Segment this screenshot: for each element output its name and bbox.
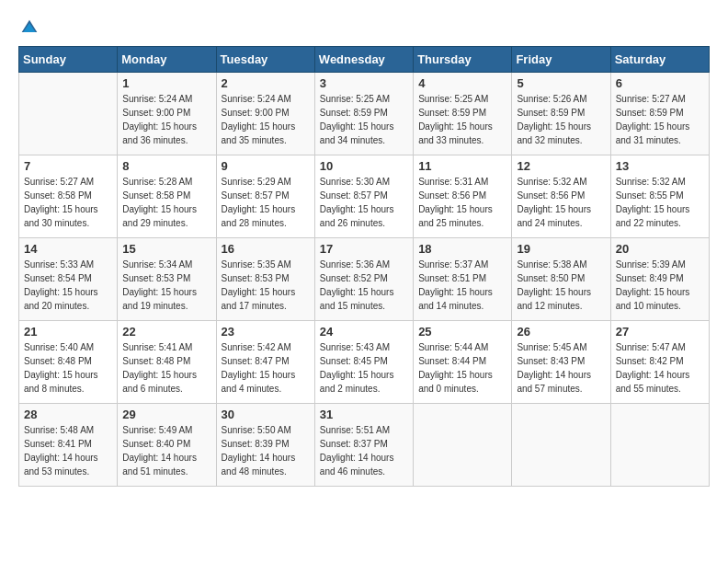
day-cell [610,404,709,487]
day-info: Sunrise: 5:38 AM Sunset: 8:50 PM Dayligh… [517,258,605,313]
day-cell: 11Sunrise: 5:31 AM Sunset: 8:56 PM Dayli… [414,155,512,238]
logo-icon [20,18,39,37]
day-number: 9 [222,159,310,173]
day-number: 21 [24,325,112,339]
day-number: 23 [222,325,310,339]
day-info: Sunrise: 5:24 AM Sunset: 9:00 PM Dayligh… [122,92,210,147]
header-cell-monday: Monday [118,47,216,73]
day-number: 29 [122,408,210,421]
day-info: Sunrise: 5:31 AM Sunset: 8:56 PM Dayligh… [418,175,506,230]
day-cell: 26Sunrise: 5:45 AM Sunset: 8:43 PM Dayli… [512,321,610,404]
day-cell: 3Sunrise: 5:25 AM Sunset: 8:59 PM Daylig… [314,73,413,155]
day-number: 8 [122,159,210,173]
day-number: 25 [418,325,506,339]
day-info: Sunrise: 5:27 AM Sunset: 8:58 PM Dayligh… [24,175,112,230]
calendar-table: SundayMondayTuesdayWednesdayThursdayFrid… [18,46,710,487]
week-row-1: 1Sunrise: 5:24 AM Sunset: 9:00 PM Daylig… [19,73,710,155]
day-info: Sunrise: 5:44 AM Sunset: 8:44 PM Dayligh… [418,340,506,396]
day-cell: 20Sunrise: 5:39 AM Sunset: 8:49 PM Dayli… [610,238,709,321]
day-info: Sunrise: 5:29 AM Sunset: 8:57 PM Dayligh… [222,175,310,230]
day-cell: 28Sunrise: 5:48 AM Sunset: 8:41 PM Dayli… [19,404,118,487]
day-cell: 12Sunrise: 5:32 AM Sunset: 8:56 PM Dayli… [512,155,610,238]
day-info: Sunrise: 5:39 AM Sunset: 8:49 PM Dayligh… [616,258,704,313]
logo [18,18,39,37]
day-number: 31 [320,408,408,421]
day-info: Sunrise: 5:24 AM Sunset: 9:00 PM Dayligh… [222,92,310,147]
header-cell-sunday: Sunday [19,47,118,73]
day-number: 22 [122,325,210,339]
day-info: Sunrise: 5:37 AM Sunset: 8:51 PM Dayligh… [418,258,506,313]
day-cell: 7Sunrise: 5:27 AM Sunset: 8:58 PM Daylig… [19,155,118,238]
day-number: 24 [320,325,408,339]
day-cell: 25Sunrise: 5:44 AM Sunset: 8:44 PM Dayli… [414,321,512,404]
day-info: Sunrise: 5:50 AM Sunset: 8:39 PM Dayligh… [222,423,310,478]
day-number: 15 [122,242,210,256]
header-cell-wednesday: Wednesday [314,47,413,73]
day-number: 10 [320,159,408,173]
day-info: Sunrise: 5:34 AM Sunset: 8:53 PM Dayligh… [122,258,210,313]
day-cell: 9Sunrise: 5:29 AM Sunset: 8:57 PM Daylig… [216,155,314,238]
page-header [18,18,710,37]
day-number: 30 [222,408,310,421]
day-cell: 21Sunrise: 5:40 AM Sunset: 8:48 PM Dayli… [19,321,118,404]
day-number: 16 [222,242,310,256]
day-cell: 1Sunrise: 5:24 AM Sunset: 9:00 PM Daylig… [118,73,216,155]
day-info: Sunrise: 5:27 AM Sunset: 8:59 PM Dayligh… [616,92,704,147]
header-cell-friday: Friday [512,47,610,73]
day-cell: 23Sunrise: 5:42 AM Sunset: 8:47 PM Dayli… [216,321,314,404]
day-cell: 18Sunrise: 5:37 AM Sunset: 8:51 PM Dayli… [414,238,512,321]
day-cell: 16Sunrise: 5:35 AM Sunset: 8:53 PM Dayli… [216,238,314,321]
week-row-4: 21Sunrise: 5:40 AM Sunset: 8:48 PM Dayli… [19,321,710,404]
day-cell [19,73,118,155]
day-number: 13 [616,159,704,173]
week-row-2: 7Sunrise: 5:27 AM Sunset: 8:58 PM Daylig… [19,155,710,238]
day-cell: 10Sunrise: 5:30 AM Sunset: 8:57 PM Dayli… [314,155,413,238]
day-info: Sunrise: 5:35 AM Sunset: 8:53 PM Dayligh… [222,258,310,313]
day-info: Sunrise: 5:25 AM Sunset: 8:59 PM Dayligh… [418,92,506,147]
day-info: Sunrise: 5:25 AM Sunset: 8:59 PM Dayligh… [320,92,408,147]
week-row-3: 14Sunrise: 5:33 AM Sunset: 8:54 PM Dayli… [19,238,710,321]
day-number: 19 [517,242,605,256]
day-info: Sunrise: 5:47 AM Sunset: 8:42 PM Dayligh… [616,340,704,396]
day-cell: 19Sunrise: 5:38 AM Sunset: 8:50 PM Dayli… [512,238,610,321]
day-number: 11 [418,159,506,173]
day-number: 18 [418,242,506,256]
day-cell: 30Sunrise: 5:50 AM Sunset: 8:39 PM Dayli… [216,404,314,487]
header-cell-thursday: Thursday [414,47,512,73]
day-number: 20 [616,242,704,256]
day-number: 6 [616,76,704,90]
day-number: 1 [122,76,210,90]
day-info: Sunrise: 5:42 AM Sunset: 8:47 PM Dayligh… [222,340,310,396]
day-cell: 14Sunrise: 5:33 AM Sunset: 8:54 PM Dayli… [19,238,118,321]
day-number: 12 [517,159,605,173]
day-number: 26 [517,325,605,339]
day-cell: 4Sunrise: 5:25 AM Sunset: 8:59 PM Daylig… [414,73,512,155]
day-cell [414,404,512,487]
day-number: 7 [24,159,112,173]
day-info: Sunrise: 5:32 AM Sunset: 8:55 PM Dayligh… [616,175,704,230]
header-row: SundayMondayTuesdayWednesdayThursdayFrid… [19,47,710,73]
day-cell: 31Sunrise: 5:51 AM Sunset: 8:37 PM Dayli… [314,404,413,487]
day-cell: 15Sunrise: 5:34 AM Sunset: 8:53 PM Dayli… [118,238,216,321]
day-info: Sunrise: 5:33 AM Sunset: 8:54 PM Dayligh… [24,258,112,313]
day-cell: 29Sunrise: 5:49 AM Sunset: 8:40 PM Dayli… [118,404,216,487]
day-cell: 22Sunrise: 5:41 AM Sunset: 8:48 PM Dayli… [118,321,216,404]
day-number: 28 [24,408,112,421]
day-info: Sunrise: 5:40 AM Sunset: 8:48 PM Dayligh… [24,340,112,396]
day-cell: 2Sunrise: 5:24 AM Sunset: 9:00 PM Daylig… [216,73,314,155]
day-number: 14 [24,242,112,256]
day-info: Sunrise: 5:28 AM Sunset: 8:58 PM Dayligh… [122,175,210,230]
header-cell-saturday: Saturday [610,47,709,73]
day-cell: 8Sunrise: 5:28 AM Sunset: 8:58 PM Daylig… [118,155,216,238]
day-info: Sunrise: 5:41 AM Sunset: 8:48 PM Dayligh… [122,340,210,396]
day-number: 27 [616,325,704,339]
day-info: Sunrise: 5:48 AM Sunset: 8:41 PM Dayligh… [24,423,112,478]
day-info: Sunrise: 5:26 AM Sunset: 8:59 PM Dayligh… [517,92,605,147]
day-number: 5 [517,76,605,90]
day-info: Sunrise: 5:30 AM Sunset: 8:57 PM Dayligh… [320,175,408,230]
day-info: Sunrise: 5:49 AM Sunset: 8:40 PM Dayligh… [122,423,210,478]
day-cell: 5Sunrise: 5:26 AM Sunset: 8:59 PM Daylig… [512,73,610,155]
day-info: Sunrise: 5:36 AM Sunset: 8:52 PM Dayligh… [320,258,408,313]
day-cell: 13Sunrise: 5:32 AM Sunset: 8:55 PM Dayli… [610,155,709,238]
day-number: 17 [320,242,408,256]
